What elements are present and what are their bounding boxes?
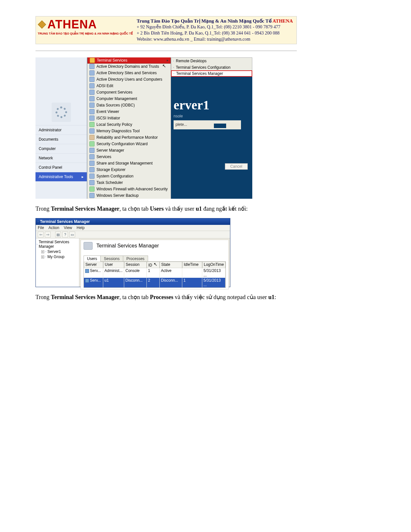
menu-item-label: Share and Storage Management bbox=[96, 161, 153, 166]
cell: Console bbox=[124, 268, 147, 278]
start-item[interactable]: Administrator bbox=[35, 125, 87, 135]
tab-processes[interactable]: Processes bbox=[123, 256, 148, 262]
grid-header: Server User Session ID State IdleTime Lo… bbox=[84, 262, 226, 268]
tab-strip: Users Sessions Processes bbox=[84, 256, 226, 262]
admintools-item[interactable]: Active Directory Domains and Trusts bbox=[87, 63, 171, 70]
start-right-column: Remote DesktopsTerminal Services Configu… bbox=[171, 57, 252, 199]
col-state[interactable]: State bbox=[160, 262, 182, 268]
start-item[interactable]: Documents bbox=[35, 135, 87, 144]
start-item[interactable]: Computer bbox=[35, 144, 87, 153]
admintools-item[interactable]: Windows Firewall with Advanced Security bbox=[87, 186, 171, 192]
logo: ATHENA bbox=[38, 18, 97, 31]
col-idletime[interactable]: IdleTime bbox=[182, 262, 202, 268]
admintools-item[interactable]: Task Scheduler bbox=[87, 179, 171, 186]
gen-icon bbox=[89, 70, 95, 75]
menu-icon bbox=[174, 73, 174, 74]
admintools-item[interactable]: Share and Storage Management bbox=[87, 160, 171, 166]
view-icon[interactable]: ▭ bbox=[69, 232, 75, 237]
expander-icon[interactable]: + bbox=[41, 256, 44, 258]
cell: 5/31/2013 ... bbox=[202, 278, 226, 287]
banner-contact: Trung Tâm Đào Tạo Quản Trị Mạng & An Nin… bbox=[133, 18, 293, 43]
start-item-admintools[interactable]: Administrative Tools ▸ bbox=[35, 172, 87, 181]
col-logontime[interactable]: LogOnTime bbox=[202, 262, 226, 268]
tree-server[interactable]: + Server1 bbox=[37, 249, 78, 254]
gen-icon bbox=[89, 161, 95, 166]
text-bold: Terminal Services Manager bbox=[51, 206, 119, 212]
gen-icon bbox=[89, 148, 95, 153]
menu-item[interactable]: File bbox=[38, 226, 44, 230]
table-row[interactable]: Serv...u1Disconn...2Disconn...15/31/2013… bbox=[84, 278, 226, 287]
text: Trong bbox=[35, 206, 51, 212]
back-icon[interactable]: ⇦ bbox=[38, 232, 44, 237]
text-bold: u1 bbox=[196, 206, 202, 212]
admintools-item[interactable]: Server Manager bbox=[87, 147, 171, 154]
tab-sessions[interactable]: Sessions bbox=[100, 256, 123, 262]
admintools-item[interactable]: Services bbox=[87, 154, 171, 160]
window-titlebar: Terminal Services Manager bbox=[36, 218, 230, 225]
cell: 2 bbox=[147, 278, 160, 287]
admintools-item[interactable]: ADSI Edit bbox=[87, 83, 171, 89]
admintools-item[interactable]: Storage Explorer bbox=[87, 166, 171, 173]
menu-item-label: iSCSI Initiator bbox=[96, 116, 120, 120]
progress-strip bbox=[214, 124, 226, 128]
col-user[interactable]: User bbox=[103, 262, 124, 268]
gen-icon bbox=[89, 167, 95, 172]
gen-icon bbox=[89, 128, 95, 134]
controlpanel-icon bbox=[52, 103, 71, 122]
ts-submenu-item[interactable]: Remote Desktops bbox=[171, 58, 252, 64]
admintools-item[interactable]: Data Sources (ODBC) bbox=[87, 102, 171, 108]
admintools-item[interactable]: Event Viewer bbox=[87, 108, 171, 115]
ts-submenu-item[interactable]: Terminal Services Manager bbox=[171, 70, 252, 77]
forward-icon[interactable]: ⇨ bbox=[45, 232, 51, 237]
tree-icon bbox=[37, 244, 37, 245]
tree-root[interactable]: Terminal Services Manager bbox=[37, 239, 78, 249]
admintools-item[interactable]: Windows Server Backup bbox=[87, 192, 171, 199]
admintools-item[interactable]: Component Services bbox=[87, 89, 171, 95]
admintools-item[interactable]: Active Directory Users and Computers bbox=[87, 76, 171, 83]
col-id[interactable]: ID bbox=[147, 262, 160, 268]
admintools-item[interactable]: Security Configuration Wizard bbox=[87, 141, 171, 147]
tree-group[interactable]: + My Group bbox=[37, 254, 78, 259]
help-icon[interactable]: ? bbox=[62, 232, 68, 237]
admintools-item[interactable]: Local Security Policy bbox=[87, 121, 171, 128]
cancel-button[interactable]: Cancel bbox=[225, 163, 248, 170]
props-icon[interactable]: ▤ bbox=[55, 232, 61, 237]
cell: Disconn... bbox=[160, 278, 182, 287]
window-title: Terminal Services Manager bbox=[40, 219, 90, 224]
ts-submenu-item[interactable]: Terminal Services Configuration bbox=[171, 64, 252, 71]
brand-text: ATHENA bbox=[47, 18, 97, 31]
text: và thấy user bbox=[164, 206, 196, 212]
start-item[interactable]: Network bbox=[35, 153, 87, 163]
start-left-column: Administrator Documents Computer Network… bbox=[35, 57, 87, 199]
admintools-item[interactable]: iSCSI Initiator bbox=[87, 115, 171, 121]
table-row[interactable]: Serv...Administ...Console1Active5/31/201… bbox=[84, 268, 226, 278]
admintools-item[interactable]: Terminal Services bbox=[87, 57, 171, 64]
menu-item-label: ADSI Edit bbox=[96, 84, 113, 88]
gen-icon bbox=[89, 64, 95, 69]
menu-item-label: Storage Explorer bbox=[96, 167, 125, 172]
cell: Active bbox=[160, 268, 182, 278]
banner-title-main: Trung Tâm Đào Tạo Quản Trị Mạng & An Nin… bbox=[137, 18, 273, 24]
admintools-item[interactable]: Reliability and Performance Monitor bbox=[87, 134, 171, 141]
text: đang ngắt kết nối: bbox=[202, 206, 248, 212]
cell: 1 bbox=[182, 278, 202, 287]
start-item[interactable]: Control Panel bbox=[35, 163, 87, 172]
col-server[interactable]: Server bbox=[84, 262, 103, 268]
admintools-item[interactable]: Computer Management bbox=[87, 95, 171, 102]
server-icon bbox=[45, 251, 46, 252]
group-icon bbox=[45, 256, 46, 257]
admintools-item[interactable]: Memory Diagnostics Tool bbox=[87, 128, 171, 134]
cell bbox=[182, 268, 202, 278]
menu-item[interactable]: Action bbox=[48, 226, 59, 230]
admintools-item[interactable]: System Configuration bbox=[87, 173, 171, 179]
gen-icon bbox=[89, 174, 95, 179]
expander-icon[interactable]: + bbox=[41, 250, 44, 253]
col-session[interactable]: Session bbox=[124, 262, 147, 268]
menu-item[interactable]: View bbox=[64, 226, 72, 230]
menu-item[interactable]: Help bbox=[77, 226, 85, 230]
tab-users[interactable]: Users bbox=[84, 256, 101, 262]
admintools-item[interactable]: Active Directory Sites and Services bbox=[87, 70, 171, 76]
banner-title-brand: ATHENA bbox=[273, 18, 293, 24]
menu-item-label: System Configuration bbox=[96, 174, 134, 178]
cell: Serv... bbox=[84, 268, 103, 278]
